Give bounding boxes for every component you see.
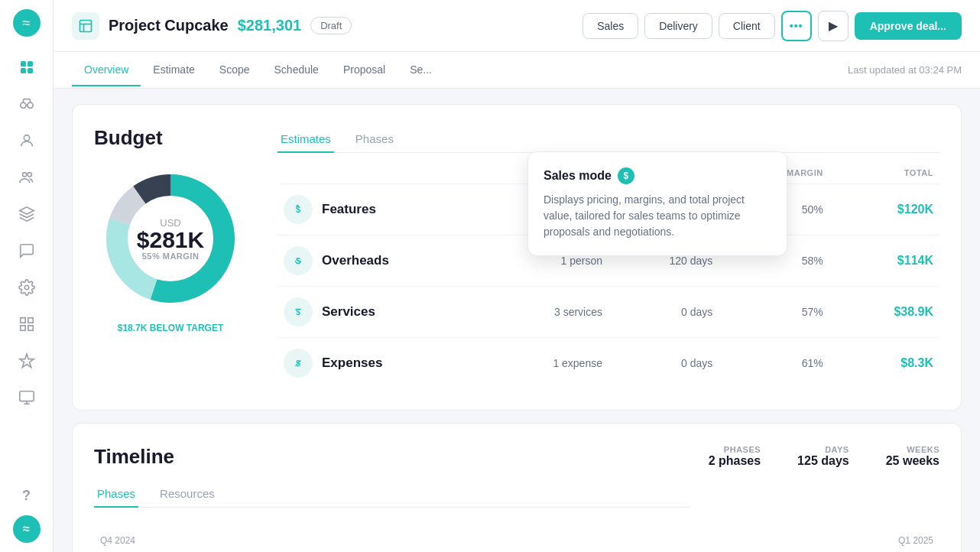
overheads-name: Overheads — [322, 253, 389, 268]
binoculars-icon — [18, 96, 35, 116]
settings-icon — [18, 279, 35, 300]
cube-icon — [18, 206, 35, 226]
sidebar-item-binoculars[interactable] — [10, 89, 44, 122]
tab-overview[interactable]: Overview — [72, 54, 141, 86]
sidebar: ≈ — [0, 0, 54, 552]
expenses-scope: 1 expense — [498, 357, 602, 369]
stat-phases: PHASES 2 phases — [709, 445, 761, 468]
sidebar-item-person[interactable] — [10, 125, 44, 159]
sidebar-item-grid[interactable] — [10, 52, 44, 86]
expenses-margin: 61% — [719, 357, 823, 369]
timeline-stats: PHASES 2 phases DAYS 125 days WEEKS 25 w… — [709, 445, 939, 468]
client-tab-button[interactable]: Client — [719, 13, 775, 39]
services-scope: 3 services — [498, 306, 602, 318]
svg-point-10 — [24, 285, 29, 290]
below-target-text: BELOW TARGET — [150, 323, 223, 333]
features-icon: $ — [284, 195, 313, 224]
overheads-icon: $ — [284, 246, 313, 275]
services-total: $38.9K — [829, 305, 933, 319]
svg-rect-18 — [80, 20, 92, 31]
project-status-badge: Draft — [310, 17, 352, 34]
stat-days: DAYS 125 days — [797, 445, 849, 468]
svg-rect-0 — [21, 61, 26, 67]
sidebar-item-monitor[interactable] — [10, 382, 44, 416]
more-options-button[interactable]: ••• — [781, 11, 812, 41]
svg-point-8 — [22, 172, 27, 177]
tab-schedule[interactable]: Schedule — [262, 54, 331, 86]
axis-label-q4: Q4 2024 — [100, 535, 135, 546]
svg-rect-2 — [21, 68, 26, 73]
services-days: 0 days — [608, 306, 712, 318]
timeline-axis: Q4 2024 Q1 2025 — [94, 532, 939, 546]
tab-se[interactable]: Se... — [398, 54, 444, 86]
avatar-icon: ≈ — [23, 522, 30, 536]
features-total: $120K — [829, 203, 933, 216]
th-name — [284, 168, 492, 177]
svg-rect-11 — [20, 317, 24, 322]
expenses-total: $8.3K — [829, 356, 933, 370]
row-name-services: $ Services — [284, 297, 492, 326]
delivery-tab-button[interactable]: Delivery — [644, 13, 712, 39]
sales-tab-button[interactable]: Sales — [582, 13, 638, 39]
svg-point-5 — [27, 102, 32, 108]
below-target-label: $18.7K BELOW TARGET — [118, 323, 223, 333]
stat-phases-value: 2 phases — [709, 454, 761, 468]
sidebar-item-help[interactable]: ? — [10, 479, 44, 512]
play-icon: ▶ — [829, 18, 838, 33]
stat-weeks-label: WEEKS — [907, 445, 939, 454]
tooltip-title-text: Sales mode — [544, 169, 612, 183]
budget-title: Budget — [94, 126, 247, 150]
header-actions: Sales Delivery Client ••• ▶ Approve deal… — [582, 11, 962, 41]
sub-tab-estimates[interactable]: Estimates — [277, 126, 334, 153]
features-name: Features — [322, 202, 376, 217]
project-amount: $281,301 — [238, 17, 301, 34]
user-avatar[interactable]: ≈ — [13, 515, 41, 543]
tooltip-icon-char: $ — [624, 170, 629, 181]
svg-rect-3 — [28, 68, 33, 73]
svg-rect-12 — [28, 317, 32, 322]
row-name-expenses: $ Expenses — [284, 349, 492, 378]
stat-weeks: WEEKS 25 weeks — [886, 445, 939, 468]
building-icon — [18, 316, 35, 336]
main-content: Project Cupcake $281,301 Draft Sales Del… — [54, 0, 980, 552]
app-logo[interactable]: ≈ — [13, 9, 41, 37]
donut-margin: 55% MARGIN — [137, 252, 204, 261]
timeline-card: Timeline Phases Resources PHASES 2 phase… — [72, 423, 962, 552]
tooltip-title-row: Sales mode $ — [544, 167, 771, 184]
budget-donut-chart: USD $281K 55% MARGIN — [94, 162, 247, 315]
table-row: $ Services 3 services 0 days 57% $38.9K — [277, 286, 939, 337]
approve-deal-button[interactable]: Approve deal... — [855, 12, 962, 40]
services-icon: $ — [284, 297, 313, 326]
budget-sub-tabs: Estimates Phases — [277, 126, 939, 153]
tooltip-dollar-icon: $ — [618, 167, 634, 184]
svg-point-9 — [27, 172, 31, 177]
overheads-margin: 58% — [719, 255, 823, 267]
play-button[interactable]: ▶ — [818, 11, 849, 41]
magic-icon — [18, 352, 35, 373]
nav-tabs: Overview Estimate Scope Schedule Proposa… — [54, 52, 980, 89]
team-icon — [18, 169, 35, 190]
timeline-tab-phases[interactable]: Phases — [94, 481, 138, 508]
sidebar-item-building[interactable] — [10, 309, 44, 343]
svg-rect-15 — [19, 391, 33, 401]
sub-tab-phases[interactable]: Phases — [352, 126, 397, 153]
sidebar-item-chat[interactable] — [10, 235, 44, 269]
sidebar-item-cube[interactable] — [10, 199, 44, 232]
grid-icon — [19, 60, 34, 79]
expenses-days: 0 days — [608, 357, 712, 369]
tab-proposal[interactable]: Proposal — [331, 54, 398, 86]
tab-scope[interactable]: Scope — [207, 54, 262, 86]
table-row: $ Expenses 1 expense 0 days 61% $8.3K — [277, 337, 939, 388]
timeline-tab-resources[interactable]: Resources — [157, 481, 218, 508]
tab-estimate[interactable]: Estimate — [141, 54, 206, 86]
svg-rect-1 — [28, 61, 33, 67]
sidebar-item-settings[interactable] — [10, 272, 44, 306]
monitor-icon — [18, 389, 35, 410]
expenses-icon: $ — [284, 349, 313, 378]
main-scroll-area[interactable]: Budget — [54, 89, 980, 552]
sidebar-item-team[interactable] — [10, 162, 44, 196]
overheads-scope: 1 person — [498, 255, 602, 267]
services-margin: 57% — [719, 306, 823, 318]
sidebar-item-magic[interactable] — [10, 346, 44, 379]
project-title: Project Cupcake — [109, 17, 229, 34]
